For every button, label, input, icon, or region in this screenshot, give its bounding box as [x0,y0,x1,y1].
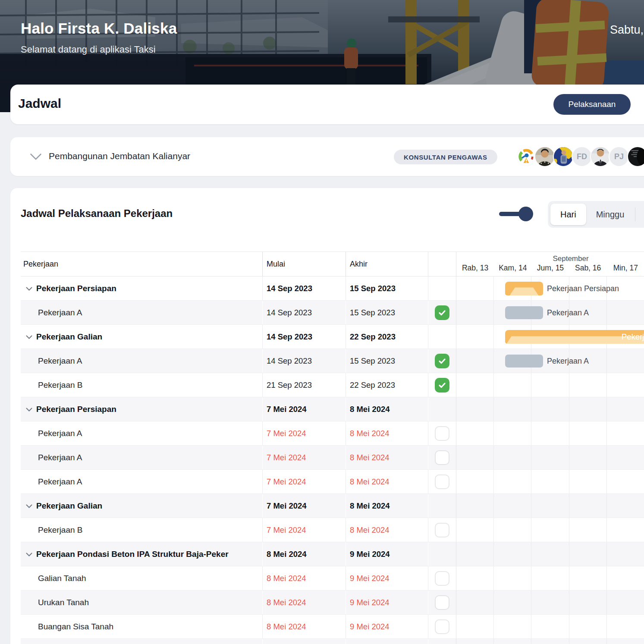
pelaksanaan-button[interactable]: Pelaksanaan [553,94,631,115]
gantt-cell [456,373,644,397]
gantt-bar[interactable] [505,282,543,295]
checkbox-cell [428,518,456,542]
gantt-cell [456,518,644,542]
task-name-cell[interactable]: Pekerjaan Galian [21,494,262,518]
task-name-cell[interactable]: Buangan Sisa Tanah [21,615,262,638]
start-date-cell: 14 Sep 2023 [262,349,346,373]
task-name-cell[interactable]: Pekerjaan B [21,373,262,397]
chevron-down-icon[interactable] [26,333,32,341]
status-checkbox[interactable] [435,571,449,586]
end-date-cell: 8 Mei 2024 [346,494,428,518]
gantt-bar[interactable] [505,306,543,319]
chevron-down-icon[interactable] [26,550,32,558]
task-name-cell[interactable]: Pekerjaan A [21,446,262,469]
task-name-cell[interactable] [21,639,262,644]
gantt-bar-label: Pekerjaan Persiapan [547,284,619,293]
table-row [21,639,644,644]
status-checkbox[interactable] [435,474,449,489]
gantt-day-label: Kam, 14 [494,264,531,273]
avatar-photo[interactable] [627,146,644,167]
start-date-cell: 8 Mei 2024 [262,542,346,566]
status-checkbox[interactable] [435,305,449,320]
task-name-cell[interactable]: Pekerjaan A [21,421,262,445]
tab-hari[interactable]: Hari [550,204,586,225]
checkbox-cell [428,276,456,300]
task-name: Pekerjaan Persiapan [36,284,116,293]
gantt-header: September Rab, 13Kam, 14Jum, 15Sab, 16Mi… [456,252,644,276]
task-name: Pekerjaan A [38,477,82,487]
view-toggle[interactable] [499,212,531,216]
status-checkbox[interactable] [435,426,449,441]
task-name: Pekerjaan B [38,380,83,390]
column-header-task: Pekerjaan [21,252,262,276]
start-date-cell: 7 Mei 2024 [262,494,346,518]
tab-bulan[interactable]: Bulan [636,204,644,225]
checkbox-cell [428,446,456,469]
avatar-initials[interactable]: FD [572,146,592,167]
task-name-cell[interactable]: Pekerjaan A [21,301,262,324]
end-date-cell: 9 Mei 2024 [346,591,428,614]
gantt-cell [456,470,644,493]
checkbox-cell [428,397,456,421]
status-checkbox[interactable] [435,523,449,537]
task-name: Pekerjaan A [38,453,82,462]
task-name-cell[interactable]: Pekerjaan Persiapan [21,276,262,300]
gantt-bar[interactable] [505,355,543,368]
end-date-cell: 22 Sep 2023 [346,373,428,397]
task-name: Pekerjaan Pondasi Beton IPA Struktur Baj… [36,550,229,559]
column-header-start: Mulai [262,252,346,276]
end-date-cell: 9 Mei 2024 [346,615,428,638]
tab-minggu[interactable]: Minggu [586,204,635,225]
gantt-day-label: Sab, 16 [569,264,607,273]
task-name-cell[interactable]: Galian Tanah [21,566,262,590]
avatar-photo[interactable] [534,146,555,167]
chevron-down-icon[interactable] [30,153,42,162]
task-name: Buangan Sisa Tanah [38,622,113,631]
avatar-initials[interactable]: PJ [609,146,629,167]
task-name-cell[interactable]: Pekerjaan Galian [21,325,262,349]
project-card[interactable]: Pembangunan Jembatan Kalianyar KONSULTAN… [10,137,644,176]
start-date-cell: 7 Mei 2024 [262,518,346,542]
status-checkbox[interactable] [435,378,449,393]
task-name: Pekerjaan Persiapan [36,405,116,414]
gantt-cell [456,566,644,590]
checkbox-cell [428,373,456,397]
table-row: Pekerjaan Pondasi Beton IPA Struktur Baj… [21,542,644,566]
status-checkbox[interactable] [435,354,449,368]
status-checkbox[interactable] [435,595,449,610]
toggle-knob[interactable] [518,207,533,221]
gantt-month-label: September [456,254,644,263]
tab-divider [635,207,635,221]
task-name-cell[interactable]: Pekerjaan A [21,349,262,373]
avatar-photo[interactable] [553,146,574,167]
chevron-down-icon[interactable] [26,285,32,292]
checkbox-cell [428,349,456,373]
table-row: Galian Tanah 8 Mei 2024 9 Mei 2024 [21,566,644,591]
gantt-bar-label: Pekerjaan Galian [622,332,644,342]
end-date-cell: 8 Mei 2024 [346,518,428,542]
task-name: Pekerjaan A [38,429,82,438]
status-checkbox[interactable] [435,450,449,465]
page-title: Jadwal [18,96,61,111]
gantt-cell: Pekerjaan A [456,301,644,324]
status-checkbox[interactable] [435,619,449,634]
task-name-cell[interactable]: Pekerjaan A [21,470,262,493]
table-row: Urukan Tanah 8 Mei 2024 9 Mei 2024 [21,591,644,615]
gantt-day-label: Jum, 15 [531,264,569,273]
table-row: Pekerjaan Galian 14 Sep 2023 22 Sep 2023… [21,325,644,349]
task-name-cell[interactable]: Pekerjaan B [21,518,262,542]
column-header-end: Akhir [346,252,428,276]
schedule-table: Pekerjaan Mulai Akhir September Rab, 13K… [21,251,644,644]
task-name-cell[interactable]: Urukan Tanah [21,591,262,614]
end-date-cell: 22 Sep 2023 [346,325,428,349]
gantt-day-label: Min, 17 [607,264,644,273]
table-row: Pekerjaan A 14 Sep 2023 15 Sep 2023 Peke… [21,349,644,373]
avatar-photo[interactable] [590,146,611,167]
chevron-down-icon[interactable] [26,502,32,510]
task-name-cell[interactable]: Pekerjaan Persiapan [21,397,262,421]
avatar-logo[interactable] [516,146,537,167]
avatar-stack: FDPJ [516,146,644,167]
end-date-cell: 8 Mei 2024 [346,446,428,469]
task-name-cell[interactable]: Pekerjaan Pondasi Beton IPA Struktur Baj… [21,542,262,566]
chevron-down-icon[interactable] [26,405,32,413]
